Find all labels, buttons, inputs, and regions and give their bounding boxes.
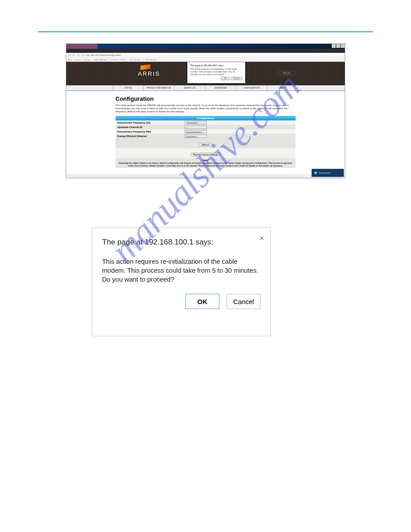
tab-event-log[interactable]: EVENT LOG xyxy=(175,86,206,90)
forward-icon[interactable] xyxy=(73,54,75,56)
config-row: Upstream Channel ID 1 xyxy=(116,125,295,129)
ok-button[interactable]: OK xyxy=(185,294,219,309)
tab-help[interactable]: HELP xyxy=(267,86,298,90)
dialog-message: This action requires re-initialization o… xyxy=(102,257,261,284)
tab-addresses[interactable]: ADDRESSES xyxy=(206,86,236,90)
dialog-message: This action requires re-initialization o… xyxy=(190,68,242,76)
row-label: Downstream Frequency Plan xyxy=(117,130,184,133)
close-icon[interactable]: × xyxy=(259,234,264,242)
reload-icon[interactable] xyxy=(77,54,80,56)
teamviewer-badge[interactable]: TeamViewer xyxy=(312,169,344,177)
horizontal-rule xyxy=(38,31,373,32)
minimize-icon[interactable] xyxy=(332,44,336,48)
bookmark-item[interactable]: IPv6 test - IPv6/4... xyxy=(111,59,126,61)
bookmark-item[interactable]: → 192.168.100.1 xyxy=(143,59,157,61)
url-text[interactable]: 192.168.100.1/cgi-bin/configuration xyxy=(86,54,121,56)
reboot-button[interactable]: Reboot xyxy=(200,143,211,146)
page-content: Configuration The cable modem inside the… xyxy=(66,91,345,174)
window-titlebar xyxy=(66,44,345,49)
confirm-dialog-small: The page at 192.168.100.1 says: This act… xyxy=(187,62,245,83)
browser-screenshot: 192.168.100.1/cgi-bin/configuration Apps… xyxy=(66,43,345,178)
tab-product-info[interactable]: PRODUCT INFORMATION xyxy=(144,86,175,90)
address-bar: 192.168.100.1/cgi-bin/configuration xyxy=(66,53,345,58)
tab-status[interactable]: STATUS xyxy=(113,86,144,90)
note-block: Note: Resetting the cable modem to its f… xyxy=(116,158,295,168)
section-header: Configuration xyxy=(116,116,295,120)
upstream-channel-input[interactable]: 1 xyxy=(184,125,207,129)
arris-logo: ARRIS xyxy=(138,70,160,77)
freq-plan-select[interactable]: North America ▾ xyxy=(184,130,207,133)
eee-select[interactable]: Disabled ▾ xyxy=(184,134,207,138)
config-row: Energy Efficient Ethernet Disabled ▾ xyxy=(116,134,295,138)
note-text: Resetting the cable modem to its factory… xyxy=(119,162,292,167)
dialog-title: The page at 192.168.100.1 says: xyxy=(102,238,261,247)
tab-configuration[interactable]: CONFIGURATION xyxy=(236,86,267,90)
back-icon[interactable] xyxy=(68,54,71,56)
dialog-title: The page at 192.168.100.1 says: xyxy=(190,64,242,67)
cancel-button[interactable]: Cancel xyxy=(227,294,261,309)
page-title: Configuration xyxy=(116,95,295,102)
teamviewer-label: TeamViewer xyxy=(318,172,330,174)
row-label: Downstream Frequency (Hz) xyxy=(117,121,184,124)
maximize-icon[interactable] xyxy=(336,44,340,48)
bookmark-item[interactable]: Apps xyxy=(68,59,72,61)
browser-tabbar xyxy=(66,49,345,53)
cancel-button[interactable]: Cancel xyxy=(231,77,242,80)
model-badge: SB6190 xyxy=(278,71,295,75)
restore-defaults-button[interactable]: Restore Factory Defaults xyxy=(191,153,220,156)
config-row: Downstream Frequency Plan North America … xyxy=(116,129,295,134)
bookmarks-bar: Apps [+] Inbox - webadg... ARRIS MIB Man… xyxy=(66,58,345,62)
page-description: The cable modem inside the SB6190 will a… xyxy=(116,104,295,113)
row-label: Upstream Channel ID xyxy=(117,126,184,129)
confirm-dialog-large: × The page at 192.168.100.1 says: This a… xyxy=(92,227,271,336)
close-icon[interactable] xyxy=(341,44,345,48)
ok-button[interactable]: OK xyxy=(221,77,229,80)
bookmark-item[interactable]: [+] Inbox - webadg... xyxy=(75,59,91,61)
page-header: ARRIS SB6190 The page at 192.168.100.1 s… xyxy=(66,62,345,85)
bookmark-item[interactable]: ARRIS MIB Man... xyxy=(94,59,108,61)
bookmark-item[interactable]: Test your IPv6 xyxy=(129,59,140,61)
home-icon[interactable] xyxy=(81,54,84,56)
downstream-freq-input[interactable]: 747000000 xyxy=(184,121,207,124)
config-row: Downstream Frequency (Hz) 747000000 xyxy=(116,120,295,125)
row-label: Energy Efficient Ethernet xyxy=(117,135,184,137)
main-nav: STATUS PRODUCT INFORMATION EVENT LOG ADD… xyxy=(66,85,345,91)
horizontal-scrollbar[interactable] xyxy=(66,174,345,178)
